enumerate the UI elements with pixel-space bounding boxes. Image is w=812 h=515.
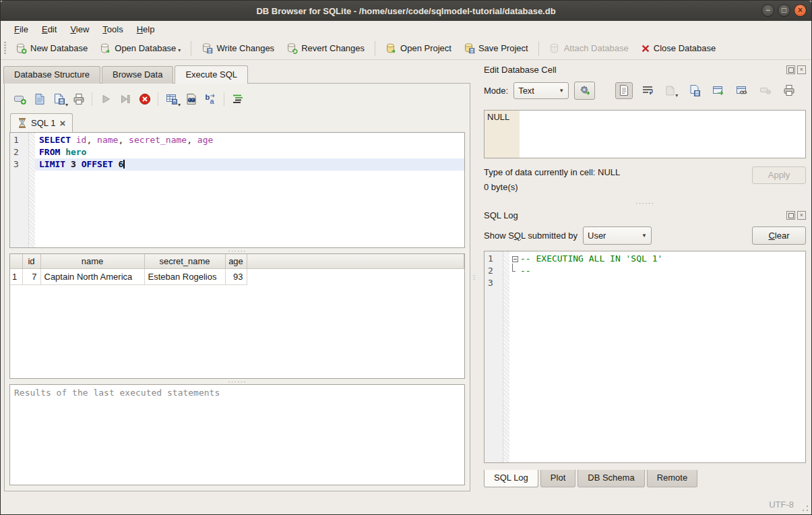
dock-tab-plot[interactable]: Plot [540, 470, 575, 487]
sql-code-line[interactable]: SELECT id, name, secret_name, age [35, 134, 464, 146]
menu-help[interactable]: Help [130, 22, 162, 36]
svg-text:a: a [210, 97, 214, 105]
open-project-button[interactable]: Open Project [379, 40, 458, 57]
word-wrap-button[interactable] [639, 82, 656, 99]
column-header-secret_name[interactable]: secret_name [144, 254, 225, 268]
import-cell-button: ▾ [662, 82, 680, 99]
open-sql-file-button[interactable] [30, 90, 49, 108]
write-changes-button[interactable]: Write Changes [195, 40, 280, 57]
minimize-icon[interactable]: − [761, 4, 774, 17]
open-database-button[interactable]: Open Database ▾ [94, 40, 187, 57]
table-cell[interactable]: 7 [22, 268, 40, 284]
save-results-button[interactable]: ▾ [162, 90, 181, 108]
column-header-name[interactable]: name [40, 254, 144, 268]
table-row[interactable]: 17Captain North AmericaEsteban Rogelios9… [10, 268, 464, 284]
sql-editor[interactable]: 123 SELECT id, name, secret_name, ageFRO… [9, 132, 465, 248]
app-window: DB Browser for SQLite - /home/user/code/… [0, 0, 812, 515]
close-dock-icon[interactable]: × [797, 211, 806, 220]
sql-doc-tab[interactable]: SQL 1 × [10, 113, 73, 132]
revert-changes-button[interactable]: Revert Changes [280, 40, 371, 57]
results-grid[interactable]: idnamesecret_nameage17Captain North Amer… [9, 253, 465, 379]
save-sql-dropdown-icon[interactable]: ▾ [65, 102, 68, 108]
fold-tail-line [512, 264, 516, 272]
chevron-down-icon: ▼ [552, 88, 564, 94]
find-button[interactable] [182, 90, 200, 108]
resize-grip-icon[interactable] [802, 505, 809, 512]
save-results-dropdown-icon[interactable]: ▾ [178, 102, 181, 108]
autocomplete-button[interactable]: ba [201, 90, 220, 108]
log-filter-select[interactable]: User ▼ [583, 226, 652, 245]
menu-tools[interactable]: Tools [96, 22, 129, 36]
stop-button[interactable] [135, 90, 154, 108]
database-attach-icon [549, 43, 561, 54]
tab-execute-sql[interactable]: Execute SQL [175, 65, 248, 84]
table-cell[interactable]: Captain North America [40, 268, 144, 284]
log-filter-row: Show SQL submitted by User ▼ Clear [484, 226, 806, 245]
dock-tab-sql-log[interactable]: SQL Log [484, 470, 538, 487]
open-external-button[interactable] [710, 82, 727, 99]
encoding-indicator[interactable]: UTF-8 [769, 499, 794, 510]
sql-code-line[interactable]: FROM hero [35, 146, 464, 158]
menu-view[interactable]: View [63, 22, 96, 36]
cell-value: NULL [487, 112, 509, 122]
new-database-button[interactable]: New Database [9, 40, 94, 57]
sql-log-dock-header: SQL Log × [484, 208, 806, 222]
toolbar-separator [538, 41, 539, 56]
menu-bar: File Edit View Tools Help [1, 21, 811, 37]
float-dock-icon[interactable] [786, 65, 795, 74]
save-sql-file-button[interactable]: ▾ [50, 90, 68, 108]
print-sql-button[interactable] [69, 90, 88, 108]
close-database-button[interactable]: Close Database [635, 40, 722, 56]
results-message: Results of the last executed statements [9, 384, 465, 485]
sql-workspace: Database Structure Browse Data Execute S… [1, 60, 472, 494]
tab-database-structure[interactable]: Database Structure [3, 66, 100, 84]
close-sql-tab-icon[interactable]: × [59, 117, 65, 129]
maximize-icon[interactable]: □ [778, 4, 790, 17]
database-revert-icon [286, 43, 298, 54]
hourglass-icon [18, 118, 27, 128]
table-cell[interactable]: 93 [225, 268, 247, 284]
print-cell-button[interactable] [780, 82, 798, 99]
auto-apply-button[interactable] [574, 82, 595, 100]
menu-file[interactable]: File [7, 22, 35, 36]
table-cell[interactable]: Esteban Rogelios [144, 268, 225, 284]
open-database-dropdown-icon[interactable]: ▾ [178, 47, 181, 53]
close-dock-icon[interactable]: × [797, 65, 806, 74]
text-view-button[interactable] [615, 82, 633, 99]
new-sql-tab-button[interactable] [11, 90, 29, 108]
column-header-id[interactable]: id [22, 254, 40, 268]
copy-link-button[interactable] [733, 82, 751, 99]
sql-editor-text[interactable]: SELECT id, name, secret_name, ageFROM he… [35, 133, 464, 247]
menu-edit[interactable]: Edit [35, 22, 63, 36]
sql-toolbar: ▾ ▾ ba [9, 89, 465, 109]
sql-log-view[interactable]: 123 -- EXECUTING ALL IN 'SQL 1'-- [484, 251, 806, 463]
dock-splitter[interactable]: ······ [484, 198, 806, 208]
dock-tab-remote[interactable]: Remote [647, 470, 698, 487]
close-database-icon [641, 44, 650, 53]
sql-log-line-numbers: 123 [485, 251, 503, 462]
float-dock-icon[interactable] [786, 211, 795, 220]
format-sql-button[interactable] [228, 90, 247, 108]
title-bar[interactable]: DB Browser for SQLite - /home/user/code/… [1, 1, 811, 21]
cell-value-editor[interactable]: NULL [484, 110, 806, 158]
toolbar-separator [224, 92, 224, 106]
sql-doc-tab-label: SQL 1 [31, 118, 55, 128]
sql-log-line [509, 277, 805, 289]
toolbar-separator [92, 92, 92, 106]
dock-tab-db-schema[interactable]: DB Schema [577, 470, 644, 487]
fold-collapse-icon[interactable] [512, 256, 518, 262]
tab-browse-data[interactable]: Browse Data [102, 66, 173, 84]
project-open-icon [385, 43, 397, 54]
toolbar-drag-handle[interactable] [4, 42, 6, 55]
sql-code-line[interactable]: LIMIT 3 OFFSET 6 [35, 158, 464, 171]
clear-log-button[interactable]: Clear [752, 226, 806, 245]
editor-table-splitter[interactable]: ······ [9, 248, 465, 253]
mode-select[interactable]: Text ▼ [513, 82, 569, 99]
table-message-splitter[interactable]: ······ [9, 379, 465, 384]
table-cell[interactable]: 1 [10, 268, 22, 284]
toolbar-separator [158, 92, 158, 106]
column-header-age[interactable]: age [225, 254, 247, 268]
save-project-button[interactable]: Save Project [458, 40, 534, 57]
close-icon[interactable]: × [794, 4, 807, 17]
export-cell-button[interactable] [686, 82, 704, 99]
